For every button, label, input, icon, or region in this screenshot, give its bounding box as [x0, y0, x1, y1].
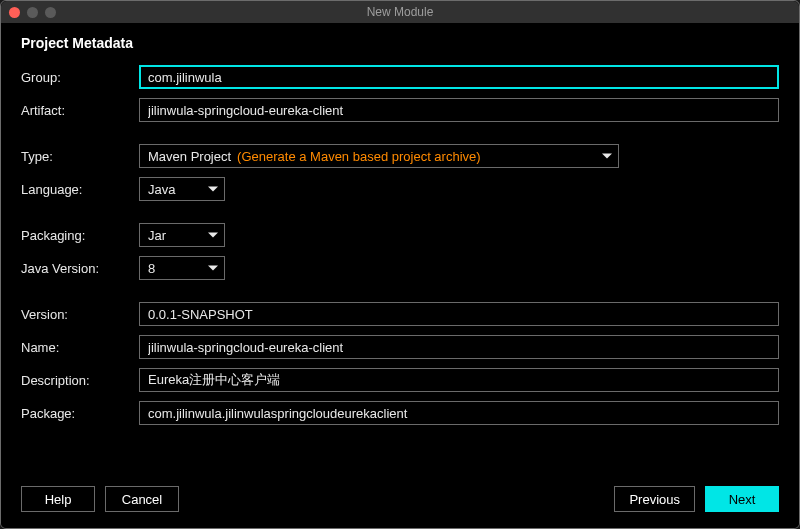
- java-version-select-value: 8: [148, 261, 155, 276]
- type-label: Type:: [21, 149, 139, 164]
- previous-button[interactable]: Previous: [614, 486, 695, 512]
- next-button[interactable]: Next: [705, 486, 779, 512]
- language-select-value: Java: [148, 182, 175, 197]
- artifact-label: Artifact:: [21, 103, 139, 118]
- packaging-label: Packaging:: [21, 228, 139, 243]
- name-label: Name:: [21, 340, 139, 355]
- package-label: Package:: [21, 406, 139, 421]
- window-title: New Module: [1, 5, 799, 19]
- dialog-window: New Module Project Metadata Group: Artif…: [0, 0, 800, 529]
- chevron-down-icon: [208, 266, 218, 271]
- group-input[interactable]: [139, 65, 779, 89]
- window-minimize-button[interactable]: [27, 7, 38, 18]
- window-close-button[interactable]: [9, 7, 20, 18]
- dialog-content: Project Metadata Group: Artifact: Type: …: [1, 23, 799, 476]
- java-version-label: Java Version:: [21, 261, 139, 276]
- description-input[interactable]: [139, 368, 779, 392]
- help-button[interactable]: Help: [21, 486, 95, 512]
- name-input[interactable]: [139, 335, 779, 359]
- chevron-down-icon: [602, 154, 612, 159]
- package-input[interactable]: [139, 401, 779, 425]
- version-input[interactable]: [139, 302, 779, 326]
- chevron-down-icon: [208, 187, 218, 192]
- window-maximize-button[interactable]: [45, 7, 56, 18]
- type-select-value: Maven Project: [148, 149, 231, 164]
- artifact-input[interactable]: [139, 98, 779, 122]
- type-select[interactable]: Maven Project (Generate a Maven based pr…: [139, 144, 619, 168]
- section-heading: Project Metadata: [21, 35, 779, 51]
- group-label: Group:: [21, 70, 139, 85]
- cancel-button[interactable]: Cancel: [105, 486, 179, 512]
- language-select[interactable]: Java: [139, 177, 225, 201]
- titlebar: New Module: [1, 1, 799, 23]
- chevron-down-icon: [208, 233, 218, 238]
- dialog-footer: Help Cancel Previous Next: [1, 476, 799, 528]
- java-version-select[interactable]: 8: [139, 256, 225, 280]
- type-select-hint: (Generate a Maven based project archive): [237, 149, 481, 164]
- packaging-select-value: Jar: [148, 228, 166, 243]
- version-label: Version:: [21, 307, 139, 322]
- language-label: Language:: [21, 182, 139, 197]
- description-label: Description:: [21, 373, 139, 388]
- packaging-select[interactable]: Jar: [139, 223, 225, 247]
